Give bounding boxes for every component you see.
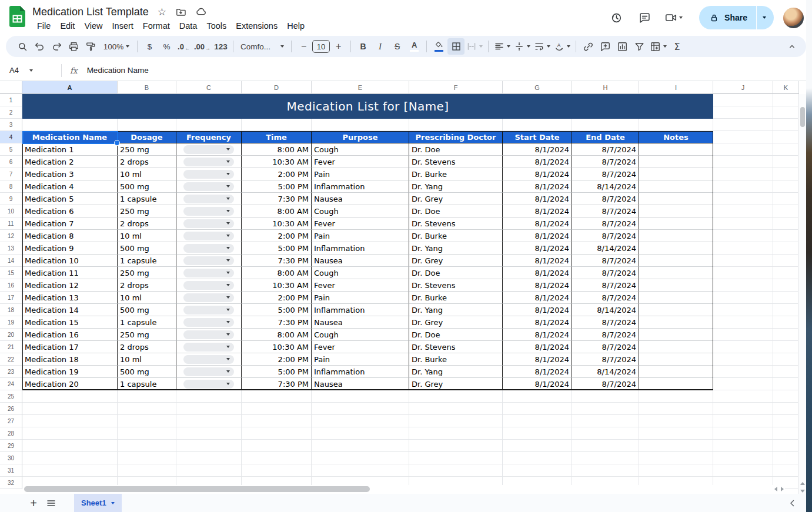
column-header-B[interactable]: B bbox=[118, 81, 176, 94]
menu-data[interactable]: Data bbox=[175, 19, 202, 32]
cell-H18[interactable]: 8/14/2024 bbox=[572, 304, 639, 316]
zoom-select[interactable]: 100% bbox=[99, 38, 133, 55]
cell-H29[interactable] bbox=[572, 440, 639, 452]
cell-D26[interactable] bbox=[242, 403, 312, 415]
cell-J14[interactable] bbox=[713, 255, 773, 267]
cell-G29[interactable] bbox=[503, 440, 572, 452]
name-box-caret-icon[interactable] bbox=[29, 69, 33, 72]
cell-F10[interactable]: Dr. Doe bbox=[409, 205, 503, 217]
cell-C17[interactable] bbox=[176, 292, 242, 304]
cell-K23[interactable] bbox=[773, 366, 799, 378]
cell-H7[interactable]: 8/7/2024 bbox=[572, 168, 639, 180]
cell-K6[interactable] bbox=[773, 156, 799, 168]
menu-format[interactable]: Format bbox=[138, 19, 175, 32]
cell-C10[interactable] bbox=[176, 205, 242, 217]
expand-side-panel-button[interactable] bbox=[787, 494, 798, 512]
cell-B8[interactable]: 500 mg bbox=[118, 180, 176, 193]
cell-A7[interactable]: Medication 3 bbox=[22, 168, 118, 180]
cell-B28[interactable] bbox=[118, 427, 176, 440]
cell-D22[interactable]: 2:00 PM bbox=[242, 353, 312, 366]
cell-A12[interactable]: Medication 8 bbox=[22, 230, 118, 242]
cell-I28[interactable] bbox=[639, 427, 713, 440]
cell-G5[interactable]: 8/1/2024 bbox=[503, 143, 572, 156]
cell-F25[interactable] bbox=[409, 390, 503, 403]
cell-B19[interactable]: 1 capsule bbox=[118, 316, 176, 329]
cell-K21[interactable] bbox=[773, 341, 799, 353]
cell-K4[interactable] bbox=[773, 131, 799, 143]
column-header-D[interactable]: D bbox=[242, 81, 312, 94]
cell-A4[interactable]: Medication Name bbox=[22, 131, 118, 143]
cell-I16[interactable] bbox=[639, 279, 713, 292]
cell-H27[interactable] bbox=[572, 415, 639, 427]
cell-D29[interactable] bbox=[242, 440, 312, 452]
cell-G27[interactable] bbox=[503, 415, 572, 427]
cell-K9[interactable] bbox=[773, 193, 799, 205]
cell-G9[interactable]: 8/1/2024 bbox=[503, 193, 572, 205]
borders-button[interactable] bbox=[447, 38, 465, 55]
cell-J8[interactable] bbox=[713, 180, 773, 193]
row-header-6[interactable]: 6 bbox=[0, 156, 22, 168]
cell-D15[interactable]: 8:00 AM bbox=[242, 267, 312, 279]
all-sheets-button[interactable] bbox=[42, 494, 60, 512]
cell-A22[interactable]: Medication 18 bbox=[22, 353, 118, 366]
frequency-dropdown[interactable] bbox=[183, 182, 234, 191]
sheet-tab-active[interactable]: Sheet1 bbox=[74, 494, 122, 512]
row-header-11[interactable]: 11 bbox=[0, 217, 22, 230]
row-header-14[interactable]: 14 bbox=[0, 255, 22, 267]
cell-B7[interactable]: 10 ml bbox=[118, 168, 176, 180]
cell-H21[interactable]: 8/7/2024 bbox=[572, 341, 639, 353]
cell-D4[interactable]: Time bbox=[242, 131, 312, 143]
cell-D11[interactable]: 10:30 AM bbox=[242, 217, 312, 230]
cell-D28[interactable] bbox=[242, 427, 312, 440]
cell-J26[interactable] bbox=[713, 403, 773, 415]
cell-C9[interactable] bbox=[176, 193, 242, 205]
cell-C23[interactable] bbox=[176, 366, 242, 378]
vertical-scrollbar-thumb[interactable] bbox=[800, 107, 805, 127]
cell-G7[interactable]: 8/1/2024 bbox=[503, 168, 572, 180]
cell-F23[interactable]: Dr. Yang bbox=[409, 366, 503, 378]
cell-C16[interactable] bbox=[176, 279, 242, 292]
row-header-10[interactable]: 10 bbox=[0, 205, 22, 217]
cell-E20[interactable]: Cough bbox=[312, 329, 409, 341]
cell-E17[interactable]: Pain bbox=[312, 292, 409, 304]
cell-B12[interactable]: 10 ml bbox=[118, 230, 176, 242]
cell-E16[interactable]: Fever bbox=[312, 279, 409, 292]
horizontal-align-button[interactable] bbox=[492, 38, 512, 55]
cell-J12[interactable] bbox=[713, 230, 773, 242]
cell-I10[interactable] bbox=[639, 205, 713, 217]
column-header-H[interactable]: H bbox=[572, 81, 639, 94]
cell-J13[interactable] bbox=[713, 242, 773, 255]
frequency-dropdown[interactable] bbox=[183, 318, 234, 327]
frequency-dropdown[interactable] bbox=[183, 355, 234, 364]
cell-D19[interactable]: 7:30 PM bbox=[242, 316, 312, 329]
cell-G31[interactable] bbox=[503, 464, 572, 477]
cell-K15[interactable] bbox=[773, 267, 799, 279]
row-header-24[interactable]: 24 bbox=[0, 378, 22, 390]
cell-J2[interactable] bbox=[713, 106, 773, 119]
column-header-J[interactable]: J bbox=[713, 81, 773, 94]
cell-H13[interactable]: 8/14/2024 bbox=[572, 242, 639, 255]
increase-decimal-button[interactable]: .00→ bbox=[192, 38, 212, 55]
cell-I23[interactable] bbox=[639, 366, 713, 378]
cell-J29[interactable] bbox=[713, 440, 773, 452]
cell-C28[interactable] bbox=[176, 427, 242, 440]
video-call-caret-icon[interactable] bbox=[679, 16, 683, 19]
column-header-F[interactable]: F bbox=[409, 81, 503, 94]
cell-F13[interactable]: Dr. Yang bbox=[409, 242, 503, 255]
cell-J23[interactable] bbox=[713, 366, 773, 378]
user-avatar[interactable] bbox=[783, 8, 804, 28]
cell-G26[interactable] bbox=[503, 403, 572, 415]
row-header-19[interactable]: 19 bbox=[0, 316, 22, 329]
cell-B6[interactable]: 2 drops bbox=[118, 156, 176, 168]
row-header-9[interactable]: 9 bbox=[0, 193, 22, 205]
cell-F6[interactable]: Dr. Stevens bbox=[409, 156, 503, 168]
cell-K30[interactable] bbox=[773, 452, 799, 464]
cell-H14[interactable]: 8/7/2024 bbox=[572, 255, 639, 267]
cell-J30[interactable] bbox=[713, 452, 773, 464]
cell-I9[interactable] bbox=[639, 193, 713, 205]
cell-E30[interactable] bbox=[312, 452, 409, 464]
cell-B22[interactable]: 10 ml bbox=[118, 353, 176, 366]
cell-G24[interactable]: 8/1/2024 bbox=[503, 378, 572, 390]
cell-G10[interactable]: 8/1/2024 bbox=[503, 205, 572, 217]
cell-B18[interactable]: 500 mg bbox=[118, 304, 176, 316]
